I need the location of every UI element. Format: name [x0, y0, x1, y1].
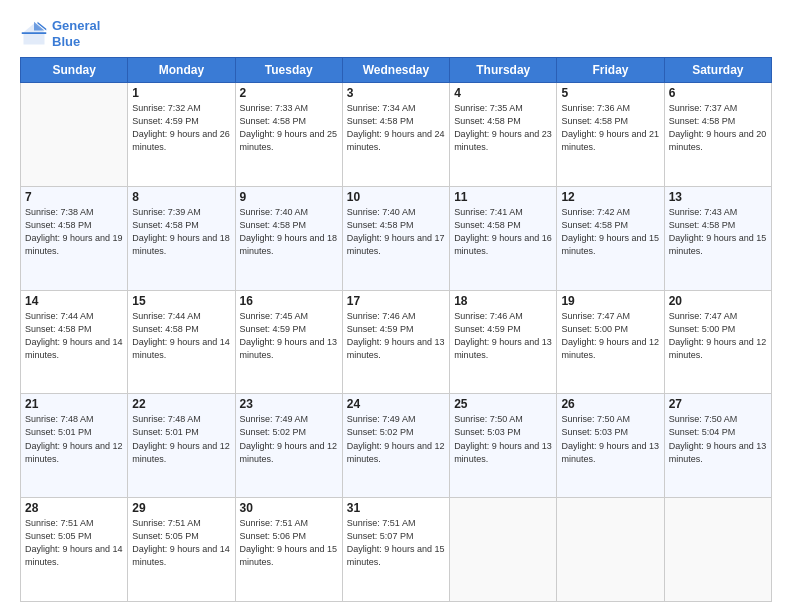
cell-details: Sunrise: 7:42 AMSunset: 4:58 PMDaylight:… [561, 206, 659, 258]
sunrise-label: Sunrise: 7:47 AM [561, 311, 630, 321]
table-row: 9Sunrise: 7:40 AMSunset: 4:58 PMDaylight… [235, 186, 342, 290]
table-row: 27Sunrise: 7:50 AMSunset: 5:04 PMDayligh… [664, 394, 771, 498]
daylight-label: Daylight: 9 hours and 15 minutes. [240, 544, 338, 567]
table-row: 31Sunrise: 7:51 AMSunset: 5:07 PMDayligh… [342, 498, 449, 602]
table-row: 12Sunrise: 7:42 AMSunset: 4:58 PMDayligh… [557, 186, 664, 290]
cell-details: Sunrise: 7:51 AMSunset: 5:05 PMDaylight:… [132, 517, 230, 569]
day-number: 1 [132, 86, 230, 100]
day-number: 4 [454, 86, 552, 100]
day-number: 17 [347, 294, 445, 308]
sunrise-label: Sunrise: 7:51 AM [132, 518, 201, 528]
daylight-label: Daylight: 9 hours and 18 minutes. [132, 233, 230, 256]
sunrise-label: Sunrise: 7:40 AM [240, 207, 309, 217]
table-row: 17Sunrise: 7:46 AMSunset: 4:59 PMDayligh… [342, 290, 449, 394]
cell-details: Sunrise: 7:48 AMSunset: 5:01 PMDaylight:… [132, 413, 230, 465]
daylight-label: Daylight: 9 hours and 19 minutes. [25, 233, 123, 256]
table-row: 8Sunrise: 7:39 AMSunset: 4:58 PMDaylight… [128, 186, 235, 290]
svg-rect-3 [22, 32, 47, 34]
sunrise-label: Sunrise: 7:39 AM [132, 207, 201, 217]
sunset-label: Sunset: 4:58 PM [454, 116, 521, 126]
daylight-label: Daylight: 9 hours and 14 minutes. [25, 337, 123, 360]
day-number: 29 [132, 501, 230, 515]
sunset-label: Sunset: 5:00 PM [561, 324, 628, 334]
day-number: 27 [669, 397, 767, 411]
sunset-label: Sunset: 5:03 PM [454, 427, 521, 437]
cell-details: Sunrise: 7:33 AMSunset: 4:58 PMDaylight:… [240, 102, 338, 154]
table-row: 19Sunrise: 7:47 AMSunset: 5:00 PMDayligh… [557, 290, 664, 394]
sunrise-label: Sunrise: 7:34 AM [347, 103, 416, 113]
table-row: 13Sunrise: 7:43 AMSunset: 4:58 PMDayligh… [664, 186, 771, 290]
daylight-label: Daylight: 9 hours and 15 minutes. [669, 233, 767, 256]
daylight-label: Daylight: 9 hours and 14 minutes. [25, 544, 123, 567]
cell-details: Sunrise: 7:43 AMSunset: 4:58 PMDaylight:… [669, 206, 767, 258]
day-number: 20 [669, 294, 767, 308]
sunset-label: Sunset: 4:58 PM [240, 116, 307, 126]
day-number: 11 [454, 190, 552, 204]
cell-details: Sunrise: 7:50 AMSunset: 5:04 PMDaylight:… [669, 413, 767, 465]
sunset-label: Sunset: 5:05 PM [132, 531, 199, 541]
cell-details: Sunrise: 7:44 AMSunset: 4:58 PMDaylight:… [25, 310, 123, 362]
sunrise-label: Sunrise: 7:44 AM [25, 311, 94, 321]
daylight-label: Daylight: 9 hours and 25 minutes. [240, 129, 338, 152]
daylight-label: Daylight: 9 hours and 13 minutes. [454, 337, 552, 360]
sunrise-label: Sunrise: 7:46 AM [454, 311, 523, 321]
sunrise-label: Sunrise: 7:42 AM [561, 207, 630, 217]
day-number: 9 [240, 190, 338, 204]
sunset-label: Sunset: 5:05 PM [25, 531, 92, 541]
daylight-label: Daylight: 9 hours and 15 minutes. [347, 544, 445, 567]
sunrise-label: Sunrise: 7:37 AM [669, 103, 738, 113]
day-number: 14 [25, 294, 123, 308]
daylight-label: Daylight: 9 hours and 20 minutes. [669, 129, 767, 152]
table-row: 26Sunrise: 7:50 AMSunset: 5:03 PMDayligh… [557, 394, 664, 498]
sunrise-label: Sunrise: 7:40 AM [347, 207, 416, 217]
day-number: 18 [454, 294, 552, 308]
sunrise-label: Sunrise: 7:49 AM [347, 414, 416, 424]
calendar-week-row: 28Sunrise: 7:51 AMSunset: 5:05 PMDayligh… [21, 498, 772, 602]
cell-details: Sunrise: 7:40 AMSunset: 4:58 PMDaylight:… [240, 206, 338, 258]
day-number: 7 [25, 190, 123, 204]
table-row: 7Sunrise: 7:38 AMSunset: 4:58 PMDaylight… [21, 186, 128, 290]
sunrise-label: Sunrise: 7:38 AM [25, 207, 94, 217]
sunrise-label: Sunrise: 7:47 AM [669, 311, 738, 321]
sunset-label: Sunset: 4:58 PM [669, 116, 736, 126]
day-number: 16 [240, 294, 338, 308]
day-number: 24 [347, 397, 445, 411]
calendar-header-row: Sunday Monday Tuesday Wednesday Thursday… [21, 58, 772, 83]
table-row: 6Sunrise: 7:37 AMSunset: 4:58 PMDaylight… [664, 83, 771, 187]
sunset-label: Sunset: 4:59 PM [454, 324, 521, 334]
daylight-label: Daylight: 9 hours and 16 minutes. [454, 233, 552, 256]
sunset-label: Sunset: 5:03 PM [561, 427, 628, 437]
day-number: 19 [561, 294, 659, 308]
daylight-label: Daylight: 9 hours and 13 minutes. [669, 441, 767, 464]
calendar-table: Sunday Monday Tuesday Wednesday Thursday… [20, 57, 772, 602]
day-number: 10 [347, 190, 445, 204]
table-row: 16Sunrise: 7:45 AMSunset: 4:59 PMDayligh… [235, 290, 342, 394]
header: General Blue [20, 18, 772, 49]
sunrise-label: Sunrise: 7:51 AM [25, 518, 94, 528]
table-row [557, 498, 664, 602]
day-number: 2 [240, 86, 338, 100]
table-row: 15Sunrise: 7:44 AMSunset: 4:58 PMDayligh… [128, 290, 235, 394]
logo-text: General Blue [52, 18, 100, 49]
col-wednesday: Wednesday [342, 58, 449, 83]
col-tuesday: Tuesday [235, 58, 342, 83]
table-row: 1Sunrise: 7:32 AMSunset: 4:59 PMDaylight… [128, 83, 235, 187]
cell-details: Sunrise: 7:35 AMSunset: 4:58 PMDaylight:… [454, 102, 552, 154]
daylight-label: Daylight: 9 hours and 14 minutes. [132, 544, 230, 567]
page: General Blue Sunday Monday Tuesday Wedne… [0, 0, 792, 612]
day-number: 12 [561, 190, 659, 204]
cell-details: Sunrise: 7:32 AMSunset: 4:59 PMDaylight:… [132, 102, 230, 154]
daylight-label: Daylight: 9 hours and 21 minutes. [561, 129, 659, 152]
sunset-label: Sunset: 4:58 PM [561, 220, 628, 230]
table-row: 24Sunrise: 7:49 AMSunset: 5:02 PMDayligh… [342, 394, 449, 498]
sunset-label: Sunset: 5:02 PM [240, 427, 307, 437]
cell-details: Sunrise: 7:38 AMSunset: 4:58 PMDaylight:… [25, 206, 123, 258]
daylight-label: Daylight: 9 hours and 14 minutes. [132, 337, 230, 360]
table-row [450, 498, 557, 602]
table-row: 25Sunrise: 7:50 AMSunset: 5:03 PMDayligh… [450, 394, 557, 498]
day-number: 26 [561, 397, 659, 411]
sunset-label: Sunset: 5:06 PM [240, 531, 307, 541]
cell-details: Sunrise: 7:37 AMSunset: 4:58 PMDaylight:… [669, 102, 767, 154]
sunset-label: Sunset: 5:01 PM [25, 427, 92, 437]
table-row: 23Sunrise: 7:49 AMSunset: 5:02 PMDayligh… [235, 394, 342, 498]
